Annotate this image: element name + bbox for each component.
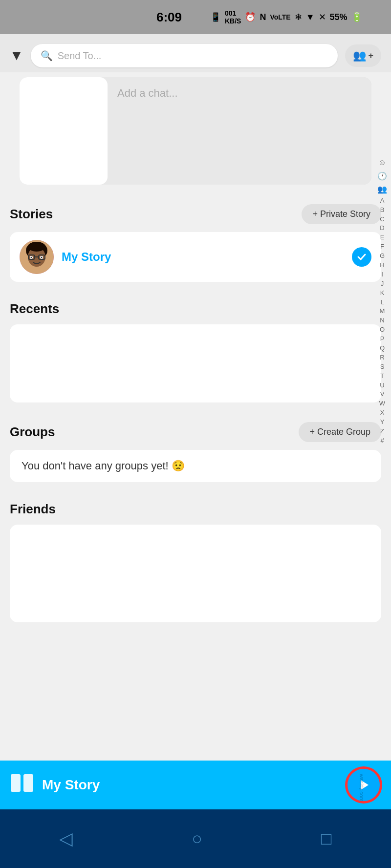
signal-icon: ✕ xyxy=(319,12,326,22)
story-bar-icon xyxy=(10,773,34,797)
stories-title: Stories xyxy=(10,207,53,222)
alpha-y[interactable]: Y xyxy=(377,418,387,426)
home-nav-icon[interactable]: ○ xyxy=(192,828,202,849)
alpha-d[interactable]: D xyxy=(377,224,387,233)
recents-section-header: Recents xyxy=(10,301,381,317)
alpha-k[interactable]: K xyxy=(377,289,387,297)
svg-point-8 xyxy=(31,257,32,258)
alpha-m[interactable]: M xyxy=(377,307,387,316)
alpha-hash[interactable]: # xyxy=(377,437,387,445)
svg-rect-12 xyxy=(23,774,33,792)
alpha-u[interactable]: U xyxy=(377,381,387,390)
chat-area: Add a chat... xyxy=(20,77,371,185)
bluetooth-icon: ❄ xyxy=(295,12,302,22)
status-time: 6:09 xyxy=(156,10,182,25)
alarm-icon: ⏰ xyxy=(245,12,256,22)
nfc-icon: N xyxy=(260,12,266,22)
whatsapp-icon: 📱 xyxy=(210,12,221,22)
recents-title: Recents xyxy=(10,301,59,317)
groups-empty-card: You don't have any groups yet! 😟 xyxy=(10,450,381,482)
alpha-p[interactable]: P xyxy=(377,335,387,343)
battery-icon: 🔋 xyxy=(351,12,362,22)
watermark: wasidy.com xyxy=(359,774,365,802)
emoji-alpha-icon: ☺ xyxy=(377,156,387,169)
add-friends-plus: + xyxy=(368,51,373,61)
recents-nav-icon[interactable]: □ xyxy=(321,828,332,849)
alpha-c[interactable]: C xyxy=(377,215,387,224)
chat-section: Add a chat... xyxy=(0,77,391,194)
alpha-g[interactable]: G xyxy=(377,252,387,260)
search-placeholder: Send To... xyxy=(58,50,102,62)
svg-point-9 xyxy=(41,257,43,258)
my-story-card[interactable]: My Story xyxy=(10,232,381,282)
wifi-icon: ▼ xyxy=(306,12,315,22)
chat-avatar-box xyxy=(20,77,108,185)
chevron-down-icon[interactable]: ▼ xyxy=(10,48,23,64)
nav-bar: ◁ ○ □ xyxy=(0,809,391,868)
alpha-o[interactable]: O xyxy=(377,326,387,334)
volte-icon: VoLTE xyxy=(270,13,290,21)
back-nav-icon[interactable]: ◁ xyxy=(59,828,73,849)
alpha-n[interactable]: N xyxy=(377,317,387,325)
alpha-v[interactable]: V xyxy=(377,390,387,399)
friends-section-header: Friends xyxy=(10,502,381,517)
recents-card xyxy=(10,324,381,402)
alpha-a[interactable]: A xyxy=(377,197,387,205)
friends-section: Friends xyxy=(0,492,391,632)
alpha-z[interactable]: Z xyxy=(377,427,387,436)
alpha-w[interactable]: W xyxy=(377,400,387,408)
private-story-button[interactable]: + Private Story xyxy=(302,204,381,224)
chat-input-area[interactable]: Add a chat... xyxy=(108,77,371,185)
alpha-e[interactable]: E xyxy=(377,233,387,242)
groups-title: Groups xyxy=(10,424,55,440)
groups-section-header: Groups + Create Group xyxy=(10,422,381,442)
alphabet-sidebar: ☺ 🕐 👥 A B C D E F G H I J K L M N O P Q … xyxy=(377,156,387,445)
status-bar: 6:09 📱 001KB/S ⏰ N VoLTE ❄ ▼ ✕ 55% 🔋 xyxy=(0,0,391,34)
recents-section: Recents xyxy=(0,292,391,412)
alpha-l[interactable]: L xyxy=(377,298,387,307)
svg-rect-11 xyxy=(11,774,21,792)
alpha-h[interactable]: H xyxy=(377,261,387,270)
data-icon: 001KB/S xyxy=(225,9,241,25)
friends-card xyxy=(10,525,381,622)
chat-placeholder: Add a chat... xyxy=(117,87,178,100)
alpha-x[interactable]: X xyxy=(377,409,387,417)
my-story-name: My Story xyxy=(62,250,344,264)
alpha-q[interactable]: Q xyxy=(377,344,387,353)
alpha-i[interactable]: I xyxy=(377,271,387,279)
check-icon xyxy=(352,247,371,267)
battery-label: 55% xyxy=(330,12,348,22)
create-group-button[interactable]: + Create Group xyxy=(299,422,381,442)
friends-title: Friends xyxy=(10,502,56,517)
stories-section-header: Stories + Private Story xyxy=(10,204,381,224)
alpha-t[interactable]: T xyxy=(377,372,387,381)
alpha-b[interactable]: B xyxy=(377,206,387,214)
story-bar-label: My Story xyxy=(42,777,338,793)
stories-section: Stories + Private Story xyxy=(0,194,391,292)
bottom-story-bar[interactable]: My Story xyxy=(0,761,391,809)
alpha-f[interactable]: F xyxy=(377,243,387,251)
clock-alpha-icon: 🕐 xyxy=(377,170,387,183)
add-friends-icon: 👥 xyxy=(353,49,366,62)
alpha-s[interactable]: S xyxy=(377,363,387,371)
search-icon: 🔍 xyxy=(41,50,53,62)
svg-point-10 xyxy=(28,242,45,252)
alpha-r[interactable]: R xyxy=(377,354,387,362)
add-friends-button[interactable]: 👥 + xyxy=(345,44,381,67)
header: ▼ 🔍 Send To... 👥 + xyxy=(0,34,391,72)
groups-section: Groups + Create Group You don't have any… xyxy=(0,412,391,492)
group-alpha-icon: 👥 xyxy=(377,183,387,196)
alpha-j[interactable]: J xyxy=(377,280,387,288)
avatar xyxy=(20,240,54,274)
search-bar[interactable]: 🔍 Send To... xyxy=(31,44,338,67)
groups-empty-message: You don't have any groups yet! 😟 xyxy=(22,460,185,472)
